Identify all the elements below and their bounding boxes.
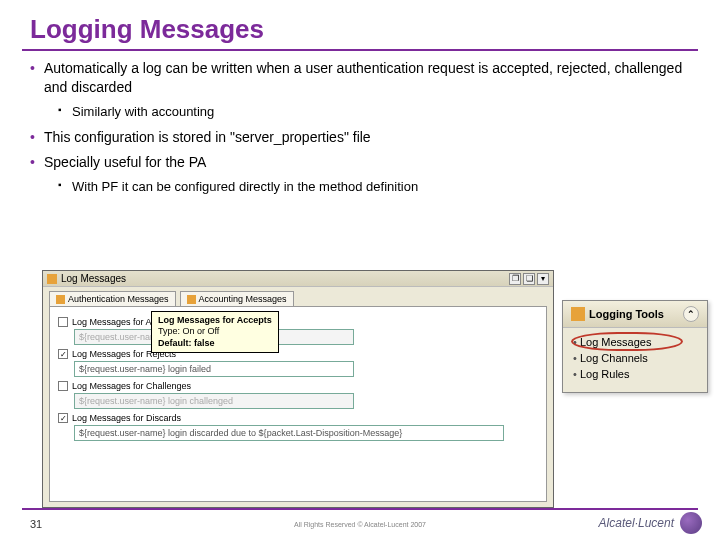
row-discards: ✓ Log Messages for Discards bbox=[58, 413, 538, 423]
palette-item-log-messages[interactable]: Log Messages bbox=[573, 334, 697, 350]
field-challenges[interactable]: ${request.user-name} login challenged bbox=[74, 393, 354, 409]
bullet-server-properties: This configuration is stored in "server_… bbox=[30, 128, 690, 147]
tab-acct-icon bbox=[187, 295, 196, 304]
footer-divider bbox=[22, 508, 698, 510]
row-accepts: Log Messages for Accepts bbox=[58, 317, 538, 327]
palette-item-label: Log Channels bbox=[580, 352, 648, 364]
palette-item-label: Log Rules bbox=[580, 368, 630, 380]
checkbox-accepts[interactable] bbox=[58, 317, 68, 327]
bullet-pf-config: With PF it can be configured directly in… bbox=[58, 178, 690, 196]
palette-item-log-channels[interactable]: Log Channels bbox=[573, 350, 697, 366]
chevron-up-icon[interactable]: ⌃ bbox=[683, 306, 699, 322]
window-minimize-icon[interactable]: ▾ bbox=[537, 273, 549, 285]
palette-header[interactable]: Logging Tools ⌃ bbox=[563, 301, 707, 328]
brand-area: Alcatel·Lucent bbox=[599, 512, 702, 534]
window-titlebar: Log Messages ❐ ❏ ▾ bbox=[43, 271, 553, 287]
tab-strip: Authentication Messages Accounting Messa… bbox=[43, 287, 553, 306]
label-challenges: Log Messages for Challenges bbox=[72, 381, 191, 391]
window-maximize-icon[interactable]: ❐ bbox=[509, 273, 521, 285]
panel-body: Log Messages for Accepts ${request.user-… bbox=[49, 306, 547, 502]
label-discards: Log Messages for Discards bbox=[72, 413, 181, 423]
checkbox-challenges[interactable] bbox=[58, 381, 68, 391]
slide-title: Logging Messages bbox=[0, 0, 720, 49]
window-icon bbox=[47, 274, 57, 284]
row-challenges: Log Messages for Challenges bbox=[58, 381, 538, 391]
row-rejects: ✓ Log Messages for Rejects bbox=[58, 349, 538, 359]
log-messages-window: Log Messages ❐ ❏ ▾ Authentication Messag… bbox=[42, 270, 554, 508]
palette-body: Log Messages Log Channels Log Rules bbox=[563, 328, 707, 392]
title-underline bbox=[22, 49, 698, 51]
tab-auth-icon bbox=[56, 295, 65, 304]
bullet-useful-pa: Specially useful for the PA bbox=[30, 153, 690, 172]
checkbox-rejects[interactable]: ✓ bbox=[58, 349, 68, 359]
window-restore-icon[interactable]: ❏ bbox=[523, 273, 535, 285]
content-area: Automatically a log can be written when … bbox=[0, 59, 720, 196]
window-title: Log Messages bbox=[61, 273, 126, 284]
logging-tools-palette: Logging Tools ⌃ Log Messages Log Channel… bbox=[562, 300, 708, 393]
tab-accounting[interactable]: Accounting Messages bbox=[180, 291, 294, 306]
brand-text: Alcatel·Lucent bbox=[599, 516, 674, 530]
palette-item-label: Log Messages bbox=[580, 336, 652, 348]
tab-acct-label: Accounting Messages bbox=[199, 294, 287, 304]
field-discards[interactable]: ${request.user-name} login discarded due… bbox=[74, 425, 504, 441]
bullet-auto-log: Automatically a log can be written when … bbox=[30, 59, 690, 97]
brand-logo-icon bbox=[680, 512, 702, 534]
palette-icon bbox=[571, 307, 585, 321]
tab-authentication[interactable]: Authentication Messages bbox=[49, 291, 176, 306]
tooltip-heading: Log Messages for Accepts bbox=[158, 315, 272, 325]
tooltip-type: Type: On or Off bbox=[158, 326, 219, 336]
field-rejects[interactable]: ${request.user-name} login failed bbox=[74, 361, 354, 377]
bullet-accounting: Similarly with accounting bbox=[58, 103, 690, 121]
palette-item-log-rules[interactable]: Log Rules bbox=[573, 366, 697, 382]
tooltip-accepts: Log Messages for Accepts Type: On or Off… bbox=[151, 311, 279, 353]
checkbox-discards[interactable]: ✓ bbox=[58, 413, 68, 423]
palette-title: Logging Tools bbox=[589, 308, 664, 320]
tab-auth-label: Authentication Messages bbox=[68, 294, 169, 304]
tooltip-default: Default: false bbox=[158, 338, 215, 348]
